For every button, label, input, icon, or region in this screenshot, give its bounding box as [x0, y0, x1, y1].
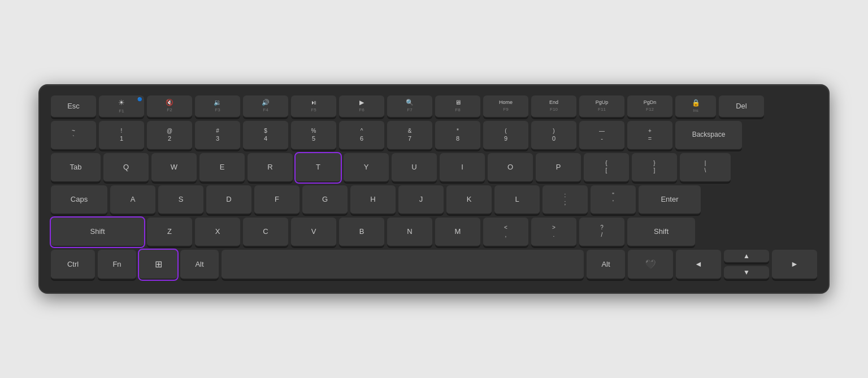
key-1[interactable]: ! 1 — [99, 121, 144, 150]
key-del[interactable]: Del — [719, 95, 764, 118]
key-ctrl[interactable]: Ctrl — [51, 250, 95, 280]
key-f1[interactable]: ☀ F1 🔵 — [99, 95, 144, 118]
key-2[interactable]: @ 2 — [147, 121, 192, 150]
key-6[interactable]: ^ 6 — [339, 121, 384, 150]
key-c[interactable]: C — [243, 218, 288, 247]
key-win[interactable]: ⊞ — [139, 250, 177, 280]
key-backtick[interactable]: ~ ` — [51, 121, 96, 150]
key-caps[interactable]: Caps — [51, 185, 107, 215]
key-a[interactable]: A — [110, 185, 155, 215]
key-v[interactable]: V — [291, 218, 336, 247]
shift-row: Shift Z X C V B N M < , — [51, 218, 817, 247]
key-w[interactable]: W — [151, 153, 197, 183]
key-f4[interactable]: 🔊 F4 — [243, 95, 288, 118]
key-q[interactable]: Q — [103, 153, 149, 183]
key-f2[interactable]: 🔇 F2 — [147, 95, 192, 118]
key-comma[interactable]: < , — [483, 218, 528, 247]
key-tab[interactable]: Tab — [51, 153, 101, 183]
key-fn[interactable]: Fn — [98, 250, 136, 280]
key-shift-left[interactable]: Shift — [51, 218, 144, 247]
key-arrow-down[interactable]: ▼ — [724, 266, 769, 280]
key-f3[interactable]: 🔉 F3 — [195, 95, 240, 118]
qwerty-row: Tab Q W E R T Y U I O P — [51, 153, 817, 183]
fn-row: Esc ☀ F1 🔵 🔇 F2 🔉 F3 🔊 F4 — [51, 95, 817, 118]
key-alt-left[interactable]: Alt — [180, 250, 219, 280]
key-n[interactable]: N — [387, 218, 432, 247]
key-alt-right[interactable]: Alt — [587, 250, 625, 280]
key-arrow-right[interactable]: ► — [772, 250, 817, 280]
key-f10[interactable]: End F10 — [531, 95, 576, 118]
key-backslash[interactable]: | \ — [680, 153, 731, 183]
key-x[interactable]: X — [195, 218, 240, 247]
key-r[interactable]: R — [248, 153, 293, 183]
home-row: Caps A S D F G H J K L : — [51, 185, 817, 215]
key-h[interactable]: H — [350, 185, 396, 215]
bottom-row: Ctrl Fn ⊞ Alt Alt 🖤 ◄ ▲ ▼ — [51, 250, 817, 280]
key-f7[interactable]: 🔍 F7 — [387, 95, 432, 118]
key-0[interactable]: ) 0 — [531, 121, 576, 150]
key-equals[interactable]: + = — [627, 121, 672, 150]
key-7[interactable]: & 7 — [387, 121, 432, 150]
key-period[interactable]: > . — [531, 218, 576, 247]
key-arrow-left[interactable]: ◄ — [676, 250, 721, 280]
key-ins[interactable]: 🔒 Ins — [675, 95, 716, 118]
key-backspace[interactable]: Backspace — [675, 121, 742, 150]
key-8[interactable]: * 8 — [435, 121, 480, 150]
key-space[interactable] — [222, 250, 584, 280]
key-d[interactable]: D — [206, 185, 251, 215]
key-f12[interactable]: PgDn F12 — [627, 95, 672, 118]
key-3[interactable]: # 3 — [195, 121, 240, 150]
key-z[interactable]: Z — [147, 218, 192, 247]
key-arrow-up[interactable]: ▲ — [724, 250, 769, 263]
key-b[interactable]: B — [339, 218, 384, 247]
key-p[interactable]: P — [536, 153, 581, 183]
key-i[interactable]: I — [440, 153, 485, 183]
key-rbracket[interactable]: } ] — [632, 153, 677, 183]
key-9[interactable]: ( 9 — [483, 121, 528, 150]
key-e[interactable]: E — [199, 153, 245, 183]
key-f9[interactable]: Home F9 — [483, 95, 528, 118]
keyboard: Esc ☀ F1 🔵 🔇 F2 🔉 F3 🔊 F4 — [38, 84, 830, 294]
key-slash[interactable]: ? / — [579, 218, 624, 247]
key-lbracket[interactable]: { [ — [584, 153, 629, 183]
key-m[interactable]: M — [435, 218, 480, 247]
key-quote[interactable]: " ' — [591, 185, 636, 215]
key-enter[interactable]: Enter — [639, 185, 701, 215]
key-f5[interactable]: ⏯ F5 — [291, 95, 336, 118]
key-5[interactable]: % 5 — [291, 121, 336, 150]
key-s[interactable]: S — [158, 185, 203, 215]
key-t[interactable]: T — [296, 153, 341, 183]
arrow-up-down-group: ▲ ▼ — [724, 250, 769, 280]
key-4[interactable]: $ 4 — [243, 121, 288, 150]
key-shift-right[interactable]: Shift — [627, 218, 695, 247]
key-y[interactable]: Y — [344, 153, 389, 183]
key-g[interactable]: G — [302, 185, 348, 215]
key-f[interactable]: F — [254, 185, 300, 215]
key-heart[interactable]: 🖤 — [628, 250, 673, 280]
key-f6[interactable]: ▶ F6 — [339, 95, 384, 118]
key-esc[interactable]: Esc — [51, 95, 96, 118]
key-semicolon[interactable]: : ; — [542, 185, 588, 215]
key-l[interactable]: L — [494, 185, 540, 215]
key-j[interactable]: J — [398, 185, 444, 215]
number-row: ~ ` ! 1 @ 2 # 3 $ 4 — [51, 121, 817, 150]
key-f11[interactable]: PgUp F11 — [579, 95, 624, 118]
key-minus[interactable]: — - — [579, 121, 624, 150]
key-f8[interactable]: 🖥 F8 — [435, 95, 480, 118]
key-k[interactable]: K — [446, 185, 492, 215]
key-o[interactable]: O — [488, 153, 533, 183]
key-u[interactable]: U — [392, 153, 437, 183]
